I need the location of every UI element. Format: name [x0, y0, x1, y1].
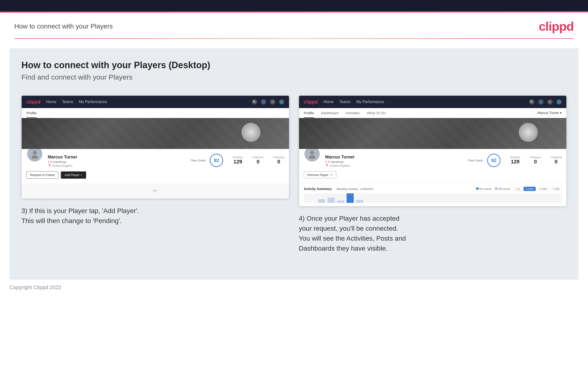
- stat-followers-right: Followers 0: [530, 156, 541, 165]
- activity-title: Activity Summary: [304, 187, 332, 191]
- mock-tabs-left: Profile: [22, 108, 289, 118]
- stat-following-left: Following 0: [273, 156, 284, 165]
- mock-logo-left: clippd: [26, 99, 40, 105]
- caption-left: 3) If this is your Player tap, 'Add Play…: [21, 206, 289, 226]
- footer: Copyright Clippd 2022: [0, 280, 588, 295]
- globe-icon-right[interactable]: 🌐: [556, 99, 562, 105]
- svg-point-3: [309, 155, 315, 159]
- mock-nav-icons-right: 🔍 👤 ⚙ 🌐: [529, 99, 562, 105]
- time-filters: 1 yr 6 mths 3 mths 1 mth: [514, 187, 562, 191]
- remove-player-button[interactable]: Remove Player ✕: [304, 171, 336, 178]
- stat-activities-right: Activities 129: [510, 156, 520, 165]
- tab-activities-right[interactable]: Activities: [346, 108, 360, 118]
- mock-stats-right: Player Quality 92 Activities 129 Followe: [468, 153, 562, 167]
- copyright: Copyright Clippd 2022: [9, 284, 61, 290]
- player-name-right: Marcus Turner: [325, 155, 463, 160]
- mock-logo-right: clippd: [304, 99, 318, 105]
- quality-value-left: 92: [214, 158, 219, 163]
- activity-period: Monthly Activity · 6 Months: [337, 187, 373, 191]
- tab-dashboard-right[interactable]: Dashboard: [321, 108, 338, 118]
- quality-circle-left: 92: [210, 154, 223, 167]
- mock-hero-right: [299, 118, 566, 149]
- mock-nav-home-right: Home: [323, 100, 334, 104]
- mock-nav-teams-right: Teams: [339, 100, 351, 104]
- settings-icon-right[interactable]: ⚙: [547, 99, 553, 105]
- caption-right: 4) Once your Player has accepted your re…: [299, 214, 567, 253]
- top-bar: [0, 0, 588, 11]
- screenshot-right-col: clippd Home Teams My Performance 🔍 👤 ⚙ 🌐…: [299, 95, 567, 253]
- stat-following-right: Following 0: [551, 156, 562, 165]
- quality-value-right: 92: [491, 158, 496, 163]
- mock-nav-left: clippd Home Teams My Performance 🔍 👤 ⚙ 🌐: [22, 96, 289, 108]
- player-name-left: Marcus Turner: [48, 155, 186, 160]
- header: How to connect with your Players clippd: [0, 13, 588, 38]
- svg-point-2: [310, 151, 314, 155]
- mock-profile-right: Marcus Turner 1-5 Handicap 📍 United King…: [299, 149, 566, 183]
- svg-point-1: [32, 155, 38, 159]
- mock-profile-top-left: Marcus Turner 1-5 Handicap 📍 United King…: [26, 153, 284, 167]
- location-right: 📍 United Kingdom: [325, 164, 463, 167]
- mock-nav-right: clippd Home Teams My Performance 🔍 👤 ⚙ 🌐: [299, 96, 566, 108]
- mock-buttons-left: Request to Follow Add Player +: [26, 171, 284, 179]
- main-content: How to connect with your Players (Deskto…: [9, 48, 579, 280]
- page-subtitle: Find and connect with your Players: [21, 73, 567, 81]
- screenshot-right: clippd Home Teams My Performance 🔍 👤 ⚙ 🌐…: [299, 95, 567, 206]
- mock-nav-teams-left: Teams: [62, 100, 73, 104]
- filter-3mths[interactable]: 3 mths: [537, 187, 549, 191]
- mock-chart: [304, 193, 562, 203]
- quality-label-left: Player Quality: [191, 159, 206, 162]
- mock-profile-left: Marcus Turner 1-5 Handicap 📍 United King…: [22, 149, 289, 184]
- screenshot-left-col: clippd Home Teams My Performance 🔍 👤 ⚙ 🌐…: [21, 95, 289, 253]
- header-divider: [14, 38, 574, 39]
- settings-icon[interactable]: ⚙: [270, 99, 275, 105]
- add-player-button[interactable]: Add Player +: [61, 171, 86, 179]
- handicap-left: 1-5 Handicap: [48, 160, 186, 164]
- mock-nav-icons-left: 🔍 👤 ⚙ 🌐: [252, 99, 284, 105]
- filter-6mths[interactable]: 6 mths: [524, 187, 536, 191]
- scroll-icon: ✏: [153, 188, 158, 194]
- mock-nav-perf-left: My Performance: [79, 100, 107, 104]
- tab-user-label: Marcus Turner ▾: [537, 108, 562, 118]
- tab-whattoon-right[interactable]: What To On: [367, 108, 386, 118]
- mock-nav-home-left: Home: [46, 100, 56, 104]
- page-title: How to connect with your Players (Deskto…: [21, 60, 567, 70]
- tab-profile-left[interactable]: Profile: [26, 108, 37, 118]
- screenshots-row: clippd Home Teams My Performance 🔍 👤 ⚙ 🌐…: [21, 95, 567, 253]
- svg-point-0: [33, 151, 37, 155]
- search-icon[interactable]: 🔍: [252, 99, 257, 105]
- mock-scroll-left: ✏: [22, 184, 289, 199]
- mock-activity-header: Activity Summary Monthly Activity · 6 Mo…: [304, 187, 562, 191]
- mock-tabs-right: Profile Dashboard Activities What To On …: [299, 108, 566, 118]
- stat-activities-left: Activities 129: [233, 156, 243, 165]
- mock-nav-perf-right: My Performance: [356, 100, 384, 104]
- mock-profile-info-left: Marcus Turner 1-5 Handicap 📍 United King…: [48, 153, 186, 167]
- logo: clippd: [539, 19, 574, 33]
- screenshot-left: clippd Home Teams My Performance 🔍 👤 ⚙ 🌐…: [21, 95, 289, 199]
- mock-hero-left: [22, 118, 289, 149]
- mock-profile-info-right: Marcus Turner 1-5 Handicap 📍 United King…: [325, 153, 463, 167]
- request-follow-button[interactable]: Request to Follow: [26, 171, 58, 179]
- mock-profile-top-right: Marcus Turner 1-5 Handicap 📍 United King…: [304, 153, 562, 167]
- user-icon[interactable]: 👤: [261, 99, 266, 105]
- tab-profile-right[interactable]: Profile: [304, 108, 314, 118]
- filter-1yr[interactable]: 1 yr: [514, 187, 522, 191]
- user-icon-right[interactable]: 👤: [538, 99, 544, 105]
- activity-legend: On course Off course: [476, 187, 510, 190]
- mock-activity-bar: Activity Summary Monthly Activity · 6 Mo…: [299, 183, 566, 206]
- search-icon-right[interactable]: 🔍: [529, 99, 535, 105]
- mock-stats-left: Player Quality 92 Activities 129 Followe: [191, 153, 284, 167]
- breadcrumb: How to connect with your Players: [14, 23, 113, 30]
- mock-buttons-right: Remove Player ✕: [304, 171, 562, 178]
- quality-label-right: Player Quality: [468, 159, 483, 162]
- handicap-right: 1-5 Handicap: [325, 160, 463, 164]
- globe-icon[interactable]: 🌐: [279, 99, 284, 105]
- stat-followers-left: Followers 0: [252, 156, 264, 165]
- location-left: 📍 United Kingdom: [48, 164, 186, 167]
- filter-1mth[interactable]: 1 mth: [551, 187, 562, 191]
- quality-circle-right: 92: [487, 154, 501, 167]
